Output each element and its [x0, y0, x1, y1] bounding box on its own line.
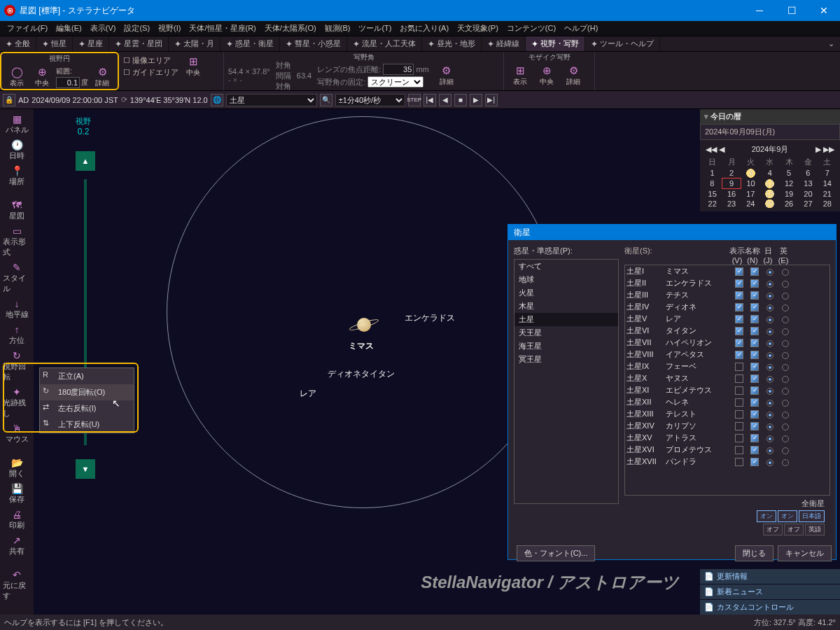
time-last-button[interactable]: ▶|: [485, 94, 498, 106]
fov-angle-detail-button[interactable]: ⚙詳細: [435, 62, 458, 90]
menu-天文現象(P)[interactable]: 天文現象(P): [453, 22, 503, 35]
ctx-正立(A)[interactable]: R正立(A): [40, 368, 134, 384]
fov-detail-button[interactable]: ⚙詳細: [91, 63, 113, 91]
sat-row-ミマス[interactable]: 土星Iミマス: [625, 265, 830, 277]
calendar-grid[interactable]: 日月火水木金土123456789101112131415161718192021…: [703, 156, 837, 209]
sidetool-光跡残し[interactable]: ✦光跡残し: [3, 385, 31, 420]
maximize-button[interactable]: ☐: [776, 0, 808, 21]
planet-冥王星[interactable]: 冥王星: [514, 353, 618, 366]
planet-火星[interactable]: 火星: [514, 286, 618, 300]
menu-編集(E)[interactable]: 編集(E): [52, 22, 86, 35]
tab-星雲・星団[interactable]: ✦ 星雲・星団: [109, 36, 169, 51]
imaging-area-toggle[interactable]: ☐ 撮像エリア: [123, 55, 178, 66]
planet-すべて[interactable]: すべて: [514, 260, 618, 273]
sidetool-スタイル[interactable]: ✎スタイル: [3, 260, 31, 295]
menu-コンテンツ(C)[interactable]: コンテンツ(C): [503, 22, 560, 35]
sidetool-地平線[interactable]: ↓地平線: [3, 297, 31, 321]
tab-昼光・地形[interactable]: ✦ 昼光・地形: [422, 36, 482, 51]
sat-row-パンドラ[interactable]: 土星XVIIパンドラ: [625, 456, 830, 468]
link-更新情報[interactable]: 📄更新情報: [700, 569, 840, 584]
fov-range-input[interactable]: [56, 77, 80, 88]
menu-視野(I)[interactable]: 視野(I): [154, 22, 185, 35]
step-mode-icon[interactable]: STEP: [408, 94, 421, 106]
tab-太陽・月[interactable]: ✦ 太陽・月: [169, 36, 220, 51]
sidetool-場所[interactable]: 📍場所: [3, 164, 31, 188]
toggle-v-on[interactable]: オン: [757, 510, 776, 522]
toggle-en[interactable]: 英語: [805, 524, 825, 536]
menu-ファイル(F)[interactable]: ファイル(F): [3, 22, 52, 35]
sat-row-テレスト[interactable]: 土星XIIIテレスト: [625, 408, 830, 420]
sat-row-タイタン[interactable]: 土星VIタイタン: [625, 325, 830, 337]
mosaic-center-button[interactable]: ⊕中央: [535, 62, 559, 90]
sat-row-プロメテウス[interactable]: 土星XVIプロメテウス: [625, 444, 830, 456]
sidetool-パネル[interactable]: ▦パネル: [3, 112, 31, 136]
planet-土星[interactable]: 土星: [514, 313, 618, 326]
menu-天体/恒星・星座(R)[interactable]: 天体/恒星・星座(R): [185, 22, 260, 35]
zoom-in-button[interactable]: ▲: [76, 151, 95, 171]
color-font-button[interactable]: 色・フォント(C)...: [517, 545, 595, 561]
link-新着ニュース[interactable]: 📄新着ニュース: [700, 584, 840, 599]
sidetool-共有[interactable]: ↗共有: [3, 533, 31, 558]
tab-視野・写野[interactable]: ✦ 視野・写野: [526, 36, 585, 51]
sidetool-開く[interactable]: 📂開く: [3, 456, 31, 480]
link-カスタムコントロール[interactable]: 📄カスタムコントロール: [700, 600, 840, 615]
dialog-cancel-button[interactable]: キャンセル: [778, 545, 832, 561]
toggle-v-off[interactable]: オフ: [763, 524, 783, 536]
satellite-list[interactable]: 土星Iミマス土星IIエンケラドス土星IIIテチス土星IVディオネ土星Vレア土星V…: [624, 265, 830, 496]
time-step-select[interactable]: ±1分40秒/秒: [335, 94, 405, 106]
menu-天体/太陽系(O)[interactable]: 天体/太陽系(O): [260, 22, 321, 35]
menu-観測(B)[interactable]: 観測(B): [321, 22, 355, 35]
tab-流星・人工天体[interactable]: ✦ 流星・人工天体: [347, 36, 422, 51]
time-lock-icon[interactable]: 🔒: [3, 94, 15, 106]
search-button[interactable]: 🔍: [320, 94, 332, 106]
menu-表示(V)[interactable]: 表示(V): [86, 22, 120, 35]
fov-show-button[interactable]: ◯表示: [6, 63, 28, 91]
sidetool-星図[interactable]: 🗺星図: [3, 198, 31, 223]
sat-row-ヘレネ[interactable]: 土星XIIヘレネ: [625, 396, 830, 408]
sidetool-視野回転[interactable]: ↻視野回転: [3, 349, 31, 384]
ctx-上下反転(U)[interactable]: ⇅上下反転(U): [40, 416, 134, 433]
imaging-center-button[interactable]: ⊞中央: [181, 52, 205, 80]
tab-全般[interactable]: ✦ 全般: [0, 36, 36, 51]
menu-お気に入り(A)[interactable]: お気に入り(A): [396, 22, 453, 35]
collapse-ribbon-icon[interactable]: ⌄: [828, 39, 840, 48]
close-button[interactable]: ✕: [808, 0, 840, 21]
sidetool-日時[interactable]: 🕐日時: [3, 138, 31, 162]
toggle-n-off[interactable]: オフ: [784, 524, 804, 536]
location-icon[interactable]: 🌐: [211, 94, 223, 106]
tab-経緯線[interactable]: ✦ 経緯線: [482, 36, 526, 51]
sat-row-フェーベ[interactable]: 土星IXフェーベ: [625, 360, 830, 372]
focal-length-input[interactable]: [383, 64, 414, 75]
time-next-button[interactable]: ▶: [470, 94, 482, 106]
planet-list[interactable]: すべて地球火星木星土星天王星海王星冥王星: [514, 259, 619, 504]
sat-row-ヤヌス[interactable]: 土星Xヤヌス: [625, 372, 830, 384]
menu-ヘルプ(H)[interactable]: ヘルプ(H): [560, 22, 602, 35]
zoom-out-button[interactable]: ▼: [76, 459, 95, 479]
sidetool-元に戻す[interactable]: ↶元に戻す: [3, 568, 31, 603]
sat-row-イアペタス[interactable]: 土星VIIIイアペタス: [625, 349, 830, 360]
sat-row-ハイペリオン[interactable]: 土星VIIハイペリオン: [625, 337, 830, 349]
guide-area-toggle[interactable]: ☐ ガイドエリア: [123, 67, 178, 78]
toggle-jp[interactable]: 日本語: [799, 510, 825, 522]
minimize-button[interactable]: ─: [743, 0, 776, 21]
mosaic-detail-button[interactable]: ⚙詳細: [561, 62, 585, 90]
target-select[interactable]: 土星: [226, 94, 317, 106]
tab-惑星・衛星[interactable]: ✦ 惑星・衛星: [220, 36, 280, 51]
mosaic-show-button[interactable]: ⊞表示: [508, 62, 532, 90]
sidetool-方位[interactable]: ↑方位: [3, 323, 31, 347]
sat-row-エピメテウス[interactable]: 土星XIエピメテウス: [625, 384, 830, 396]
time-stop-button[interactable]: ■: [454, 94, 467, 106]
tab-恒星[interactable]: ✦ 恒星: [36, 36, 73, 51]
sat-row-テチス[interactable]: 土星IIIテチス: [625, 289, 830, 301]
cal-next-button[interactable]: ▶ ▶▶: [816, 145, 834, 154]
planet-木星[interactable]: 木星: [514, 300, 618, 313]
planet-海王星[interactable]: 海王星: [514, 340, 618, 353]
fov-fix-select[interactable]: スクリーン: [368, 76, 424, 88]
sidetool-表示形式[interactable]: ▭表示形式: [3, 224, 31, 259]
sat-row-カリプソ[interactable]: 土星XIVカリプソ: [625, 420, 830, 432]
datetime-display[interactable]: 2024/09/09 22:00:00 JST: [31, 96, 118, 104]
sat-row-エンケラドス[interactable]: 土星IIエンケラドス: [625, 277, 830, 289]
planet-地球[interactable]: 地球: [514, 273, 618, 286]
sidetool-マウス[interactable]: 🖱マウス: [3, 421, 31, 446]
cal-prev-button[interactable]: ◀◀ ◀: [706, 145, 724, 154]
